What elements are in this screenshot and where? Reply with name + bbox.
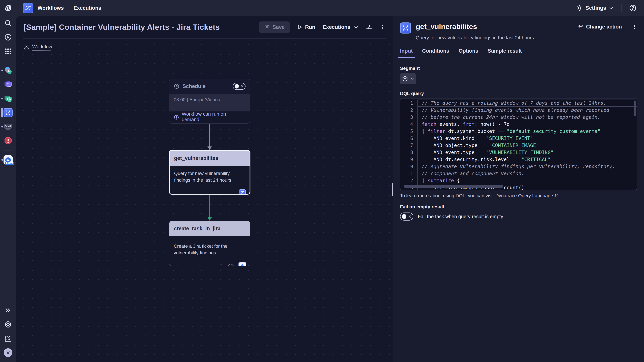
code-line-12[interactable]: 12| summarize { xyxy=(400,177,637,184)
clock-icon xyxy=(174,83,180,89)
editor-lines: 1// The query has a rolling window of 7 … xyxy=(400,99,637,190)
sidebar-support[interactable] xyxy=(0,318,16,332)
code-line-8[interactable]: 8 AND event.type == "VULNERABILITY_FINDI… xyxy=(400,149,637,156)
dynatrace-logo[interactable] xyxy=(0,0,16,16)
code-line-1[interactable]: 1// The query has a rolling window of 7 … xyxy=(400,99,637,107)
notification-dot xyxy=(1,126,3,128)
dql-help-note: To learn more about using DQL, you can v… xyxy=(400,193,637,198)
code-content: // before the current 24hr window will n… xyxy=(418,114,637,121)
toggle-x-icon xyxy=(240,85,244,88)
app-sidebar: NEW V xyxy=(0,16,16,362)
sidebar-apps-grid[interactable] xyxy=(0,44,16,58)
code-content: | filter dt.system.bucket == "default_se… xyxy=(418,128,637,135)
segment-label: Segment xyxy=(400,66,637,71)
line-number: 11 xyxy=(400,170,418,177)
tab-conditions[interactable]: Conditions xyxy=(422,48,449,58)
help-icon[interactable] xyxy=(629,4,636,12)
sidebar-getting-started[interactable] xyxy=(0,30,16,44)
code-icon xyxy=(228,263,234,266)
dql-docs-link[interactable]: Dynatrace Query Language xyxy=(496,193,559,198)
code-content: // Vulnerability finding events which ha… xyxy=(418,107,637,114)
line-number: 4 xyxy=(400,121,418,128)
sidebar-app-analytics[interactable] xyxy=(0,91,16,106)
breadcrumb[interactable]: Workflow xyxy=(24,44,52,51)
dql-action-icon xyxy=(239,189,246,195)
dql-editor[interactable]: 1// The query has a rolling window of 7 … xyxy=(400,98,637,190)
back-arrow-icon xyxy=(577,24,583,30)
workflow-settings-icon[interactable] xyxy=(366,24,372,30)
code-line-4[interactable]: 4fetch events, from: now() - 7d xyxy=(400,121,637,128)
sidebar-app-problems[interactable] xyxy=(0,134,16,148)
save-button[interactable]: Save xyxy=(259,21,290,33)
workflow-canvas[interactable]: Workflow Schedule 08:00 | xyxy=(16,38,393,362)
panel-title: get_vulnerabilites xyxy=(416,22,577,31)
line-number: 2 xyxy=(400,107,418,114)
line-number: 1 xyxy=(400,99,418,107)
sidebar-expand[interactable] xyxy=(0,303,16,318)
tab-input[interactable]: Input xyxy=(400,48,413,58)
line-number: 3 xyxy=(400,114,418,121)
workflow-header: [Sample] Container Vulnerability Alerts … xyxy=(16,16,393,38)
code-line-7[interactable]: 7 AND object.type == "CONTAINER_IMAGE" xyxy=(400,142,637,149)
code-line-9[interactable]: 9 AND dt.security.risk.level == "CRITICA… xyxy=(400,156,637,163)
user-avatar[interactable]: V xyxy=(0,346,16,360)
notification-dot xyxy=(1,98,3,99)
sidebar-usage-chart[interactable] xyxy=(0,332,16,346)
active-indicator xyxy=(1,108,3,117)
settings-menu[interactable]: Settings xyxy=(576,4,614,11)
panel-more-options-icon[interactable] xyxy=(632,24,637,30)
schedule-toggle[interactable] xyxy=(233,83,246,90)
node-title: Schedule xyxy=(182,83,206,89)
code-content: | summarize { xyxy=(418,177,637,184)
node-create-task-in-jira[interactable]: create_task_in_jira Create a Jira ticket… xyxy=(169,221,250,266)
notification-dot xyxy=(1,159,3,161)
breadcrumb-label: Workflow xyxy=(32,44,52,51)
settings-label: Settings xyxy=(586,5,606,11)
node-title: create_task_in_jira xyxy=(174,226,220,232)
tab-options[interactable]: Options xyxy=(459,48,478,58)
code-content: AND dt.security.risk.level == "CRITICAL" xyxy=(418,156,637,163)
cube-icon xyxy=(402,76,408,82)
code-content: AND object.type == "CONTAINER_IMAGE" xyxy=(418,142,637,149)
sidebar-search[interactable] xyxy=(0,16,16,30)
code-content: // Aggregate vulnerability findings per … xyxy=(418,163,637,170)
fail-on-empty-toggle[interactable] xyxy=(400,213,414,221)
sidebar-app-kubernetes[interactable]: NEW xyxy=(0,153,16,167)
more-options-icon[interactable] xyxy=(380,24,386,30)
jira-icon xyxy=(238,262,246,266)
code-line-11[interactable]: 11// component and component version. xyxy=(400,170,637,177)
code-line-2[interactable]: 2// Vulnerability finding events which h… xyxy=(400,107,637,114)
segment-selector[interactable] xyxy=(400,73,416,84)
task-edit-panel: get_vulnerabilites Query for new vulnera… xyxy=(393,16,644,362)
code-line-6[interactable]: 6 AND event.kind == "SECURITY_EVENT" xyxy=(400,135,637,142)
run-on-demand-link[interactable]: Workflow can run on demand. xyxy=(182,111,246,123)
node-schedule[interactable]: Schedule 08:00 | Europe/Vienna Workflow … xyxy=(169,79,250,123)
workflow-tree-icon xyxy=(24,44,30,50)
executions-dropdown[interactable]: Executions xyxy=(323,24,358,30)
schedule-time[interactable]: 08:00 | Europe/Vienna xyxy=(170,94,250,111)
editor-horizontal-scrollbar[interactable] xyxy=(404,185,503,188)
node-get-vulnerabilites[interactable]: get_vulnerabilites Query for new vulnera… xyxy=(169,150,250,195)
fail-toggle-label: Fail the task when query result is empty xyxy=(418,214,503,219)
change-action-button[interactable]: Change action xyxy=(577,24,622,30)
new-badge: NEW xyxy=(5,162,14,165)
node-description: Query for new vulnerability findings in … xyxy=(170,166,250,187)
run-button[interactable]: Run xyxy=(297,24,315,30)
sidebar-separator xyxy=(4,150,12,150)
tab-sample-result[interactable]: Sample result xyxy=(488,48,522,58)
sidebar-app-dashboards[interactable] xyxy=(0,120,16,134)
toggle-x-icon xyxy=(408,215,412,218)
code-line-3[interactable]: 3// before the current 24hr window will … xyxy=(400,114,637,121)
sidebar-app-workflows-active[interactable] xyxy=(0,106,16,120)
sidebar-app-containers[interactable] xyxy=(0,77,16,91)
workflows-app-icon xyxy=(23,3,33,13)
code-line-5[interactable]: 5| filter dt.system.bucket == "default_s… xyxy=(400,128,637,135)
topbar-tab-workflows[interactable]: Workflows xyxy=(38,5,64,11)
sidebar-app-clouds[interactable] xyxy=(0,63,16,77)
loop-icon xyxy=(217,263,224,266)
panel-subtitle: Query for new vulnerability findings in … xyxy=(416,35,577,40)
code-line-10[interactable]: 10// Aggregate vulnerability findings pe… xyxy=(400,163,637,170)
panel-resize-handle[interactable] xyxy=(392,183,393,196)
editor-vertical-scrollbar[interactable] xyxy=(634,100,636,116)
topbar-tab-executions[interactable]: Executions xyxy=(74,5,101,11)
